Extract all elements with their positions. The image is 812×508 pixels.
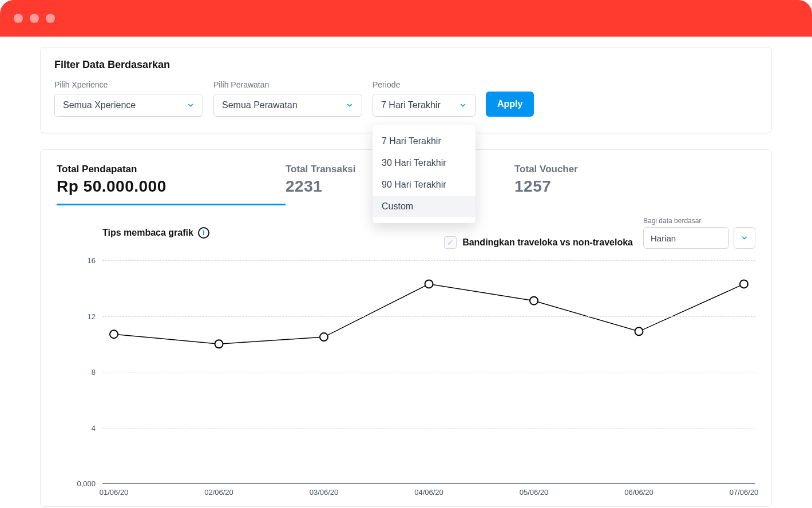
- filter-xperience: Pilih Xperience Semua Xperience: [54, 80, 203, 117]
- y-tick-label: 16: [88, 256, 96, 265]
- window-control-minimize[interactable]: [30, 14, 39, 23]
- grid-line: [102, 260, 755, 261]
- x-tick-label: 06/06/20: [624, 488, 653, 497]
- check-icon: ✓: [447, 238, 454, 247]
- filter-title: Filter Data Berdasarkan: [54, 59, 758, 71]
- chart-line: [114, 284, 744, 344]
- filter-period: Periode 7 Hari Terakhir 7 Hari Terakhir …: [373, 80, 476, 117]
- tab-voucher-value: 1257: [514, 177, 743, 196]
- x-tick-label: 05/06/20: [520, 488, 549, 497]
- period-option-30[interactable]: 30 Hari Terakhir: [373, 152, 476, 174]
- tab-revenue-value: Rp 50.000.000: [57, 177, 286, 196]
- chevron-down-icon: [740, 234, 748, 242]
- y-tick-label: 8: [92, 368, 96, 376]
- tab-voucher-label: Total Voucher: [514, 164, 743, 175]
- xperience-select-value: Semua Xperience: [63, 100, 136, 110]
- groupby-dropdown-button[interactable]: [734, 227, 755, 249]
- grid-line: [102, 372, 755, 372]
- y-axis: 0,000481216: [57, 260, 100, 483]
- chart-point[interactable]: [740, 280, 748, 288]
- period-select[interactable]: 7 Hari Terakhir: [373, 94, 476, 117]
- period-option-90[interactable]: 90 Hari Terakhir: [373, 174, 476, 196]
- window-titlebar: [0, 0, 812, 37]
- grid-line: [102, 428, 755, 428]
- groupby-control: Bagi data berdasar Harian: [643, 217, 755, 249]
- y-tick-label: 4: [92, 423, 96, 432]
- compare-checkbox[interactable]: ✓: [444, 236, 457, 249]
- chevron-down-icon: [187, 101, 195, 109]
- chart-point[interactable]: [215, 340, 223, 348]
- filter-treatment: Pilih Perawatan Semua Perawatan: [213, 80, 362, 117]
- window-control-maximize[interactable]: [46, 14, 55, 23]
- y-tick-label: 12: [88, 312, 96, 320]
- chart-point[interactable]: [530, 297, 538, 305]
- app-window: Filter Data Berdasarkan Pilih Xperience …: [0, 0, 812, 508]
- compare-label: Bandingkan traveloka vs non-traveloka: [462, 237, 633, 248]
- compare-toggle[interactable]: ✓ Bandingkan traveloka vs non-traveloka: [444, 236, 633, 249]
- xperience-select[interactable]: Semua Xperience: [54, 94, 203, 117]
- tab-revenue-label: Total Pendapatan: [57, 164, 286, 175]
- x-tick-label: 01/06/20: [100, 488, 129, 497]
- tips-label: Tips membaca grafik: [102, 228, 193, 238]
- chevron-down-icon: [459, 101, 467, 109]
- chart-area: Tips membaca grafik i ✓ Bandingkan trave…: [41, 205, 771, 506]
- plot-area: [102, 260, 755, 483]
- groupby-label: Bagi data berdasar: [643, 217, 755, 225]
- treatment-select[interactable]: Semua Perawatan: [213, 94, 362, 117]
- groupby-value: Harian: [651, 233, 676, 243]
- chevron-down-icon: [346, 101, 354, 109]
- x-tick-label: 02/06/20: [204, 488, 233, 497]
- period-option-custom[interactable]: Custom: [373, 196, 476, 217]
- y-tick-label: 0,000: [77, 479, 96, 488]
- tab-voucher[interactable]: Total Voucher 1257: [514, 164, 743, 205]
- window-control-close[interactable]: [14, 14, 23, 23]
- groupby-select[interactable]: Harian: [643, 227, 729, 249]
- chart-point[interactable]: [320, 333, 328, 341]
- chart-point[interactable]: [110, 330, 118, 338]
- x-tick-label: 07/06/20: [730, 488, 759, 497]
- grid-line: [102, 316, 755, 317]
- period-select-value: 7 Hari Terakhir: [381, 100, 441, 110]
- filter-treatment-label: Pilih Perawatan: [213, 80, 362, 89]
- x-axis: 01/06/2002/06/2003/06/2004/06/2005/06/20…: [102, 483, 755, 506]
- chart-point[interactable]: [635, 327, 643, 335]
- apply-button[interactable]: Apply: [486, 92, 534, 117]
- treatment-select-value: Semua Perawatan: [222, 100, 298, 110]
- period-option-7[interactable]: 7 Hari Terakhir: [373, 130, 476, 152]
- x-tick-label: 04/06/20: [414, 488, 443, 497]
- filter-card: Filter Data Berdasarkan Pilih Xperience …: [40, 47, 772, 133]
- filter-row: Pilih Xperience Semua Xperience Pilih Pe…: [54, 80, 758, 117]
- filter-period-label: Periode: [373, 80, 476, 89]
- tips-row: Tips membaca grafik i: [102, 227, 209, 239]
- page-content: Filter Data Berdasarkan Pilih Xperience …: [0, 47, 812, 507]
- tab-revenue[interactable]: Total Pendapatan Rp 50.000.000: [57, 164, 286, 205]
- period-dropdown: 7 Hari Terakhir 30 Hari Terakhir 90 Hari…: [373, 125, 476, 223]
- chart-wrapper: 0,000481216 01/06/2002/06/2003/06/2004/0…: [57, 260, 755, 506]
- x-tick-label: 03/06/20: [310, 488, 339, 497]
- info-icon[interactable]: i: [198, 227, 209, 239]
- chart-right-controls: ✓ Bandingkan traveloka vs non-traveloka …: [444, 217, 755, 249]
- chart-point[interactable]: [425, 280, 433, 288]
- filter-xperience-label: Pilih Xperience: [54, 80, 203, 89]
